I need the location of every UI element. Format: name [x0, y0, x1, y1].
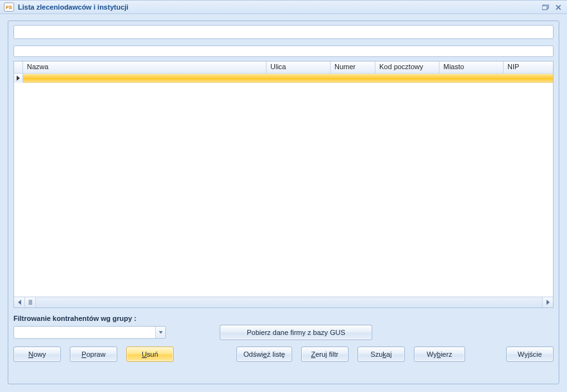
col-ulica[interactable]: Ulica [267, 61, 331, 73]
main-panel: Nazwa Ulica Numer Kod pocztowy Miasto NI… [8, 20, 559, 384]
data-grid: Nazwa Ulica Numer Kod pocztowy Miasto NI… [13, 61, 554, 308]
col-nip[interactable]: NIP [504, 61, 553, 73]
szukaj-button[interactable]: Szukaj [357, 347, 405, 362]
col-numer[interactable]: Numer [331, 61, 375, 73]
button-bar: Nowy Popraw Usuń Odśwież listę Zeruj fil… [13, 347, 554, 362]
col-kod-pocztowy[interactable]: Kod pocztowy [375, 61, 440, 73]
grid-body[interactable] [14, 74, 553, 297]
client-area: Nazwa Ulica Numer Kod pocztowy Miasto NI… [0, 14, 567, 392]
column-filter-input[interactable] [13, 45, 554, 57]
odswiez-button[interactable]: Odśwież listę [236, 347, 292, 362]
col-nazwa[interactable]: Nazwa [23, 61, 267, 73]
table-row[interactable] [14, 74, 553, 83]
svg-rect-1 [542, 6, 547, 10]
restore-icon[interactable] [539, 2, 552, 12]
nowy-button[interactable]: Nowy [13, 347, 61, 362]
wybierz-button[interactable]: Wybierz [414, 347, 465, 362]
row-indicator-header [14, 61, 23, 73]
scroll-first-icon[interactable] [25, 297, 36, 307]
wyjscie-button[interactable]: Wyjście [506, 347, 554, 362]
close-icon[interactable] [552, 2, 564, 12]
grid-header[interactable]: Nazwa Ulica Numer Kod pocztowy Miasto NI… [14, 61, 553, 74]
window-title: Lista zleceniodawców i instytucji [18, 3, 128, 11]
titlebar: FS Lista zleceniodawców i instytucji [0, 0, 567, 14]
scroll-right-icon[interactable] [542, 297, 553, 307]
usun-button[interactable]: Usuń [126, 347, 174, 362]
group-filter-input[interactable] [14, 327, 155, 338]
gus-fetch-label: Pobierz dane firmy z bazy GUS [247, 329, 345, 336]
current-row-indicator-icon [14, 74, 23, 83]
zeruj-filtr-button[interactable]: Zeruj filtr [301, 347, 349, 362]
scroll-left-icon[interactable] [14, 297, 25, 307]
chevron-down-icon[interactable] [155, 327, 165, 338]
horizontal-scrollbar[interactable] [14, 297, 553, 307]
app-icon: FS [4, 3, 14, 12]
selected-row-highlight [23, 74, 553, 83]
scroll-track[interactable] [36, 297, 542, 307]
gus-fetch-button[interactable]: Pobierz dane firmy z bazy GUS [220, 325, 372, 340]
filter-group-label: Filtrowanie kontrahentów wg grupy : [13, 314, 554, 322]
group-filter-combo[interactable] [13, 326, 166, 339]
search-input[interactable] [13, 25, 554, 39]
col-miasto[interactable]: Miasto [440, 61, 504, 73]
popraw-button[interactable]: Popraw [70, 347, 117, 362]
